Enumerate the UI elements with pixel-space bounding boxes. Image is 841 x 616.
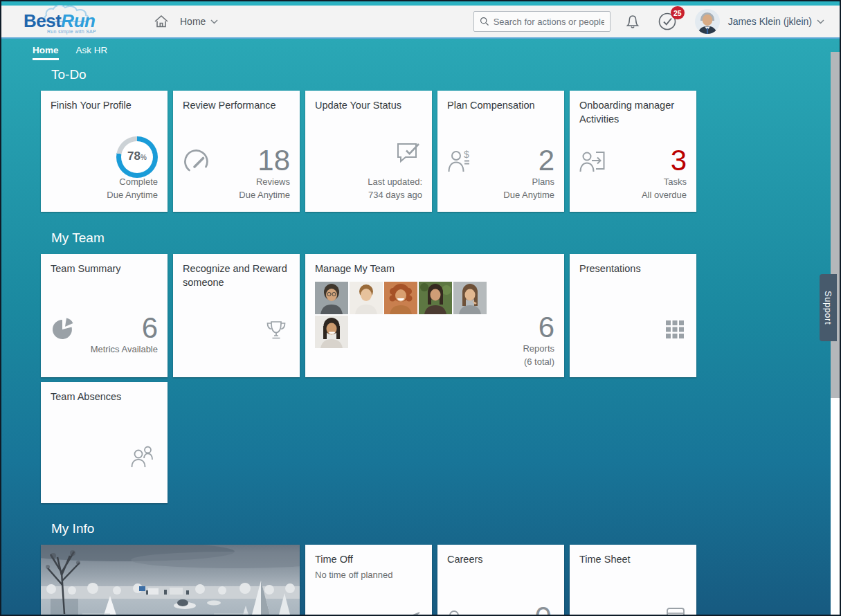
- tile-kpi: 3 Tasks All overdue: [642, 145, 687, 202]
- tile-presentations[interactable]: Presentations: [570, 254, 696, 377]
- tile-kpi: 6 Reports (6 total): [523, 312, 554, 369]
- tile-title: Recognize and Reward someone: [183, 262, 290, 289]
- tile-plan-compensation[interactable]: Plan Compensation $ 2 Plans Due Anytime: [437, 91, 564, 212]
- module-dropdown-label: Home: [180, 16, 206, 27]
- user-avatar[interactable]: [695, 9, 720, 34]
- caption: Tasks: [642, 176, 687, 189]
- tile-manage-my-team[interactable]: Manage My Team 6 Reports (6 total): [305, 254, 564, 377]
- caption: Metrics Available: [91, 343, 158, 356]
- reviews-count: 18: [239, 145, 290, 176]
- tile-kpi: 2 Plans Due Anytime: [503, 145, 554, 202]
- tile-title: Finish Your Profile: [51, 99, 158, 113]
- logo-best: Best: [24, 10, 61, 31]
- team-member-photos: [315, 282, 489, 348]
- caption: Complete: [107, 176, 158, 189]
- team-member-photo[interactable]: [350, 282, 383, 314]
- tile-team-absences[interactable]: Team Absences: [41, 382, 168, 503]
- trophy-icon: [265, 319, 287, 344]
- percent-value: 78: [127, 141, 141, 172]
- tile-careers[interactable]: Careers 0: [437, 545, 564, 616]
- tile-title: Careers: [447, 553, 554, 567]
- logo-run: Run: [61, 10, 95, 31]
- tile-team-summary[interactable]: Team Summary 6 Metrics Available: [41, 254, 168, 377]
- careers-count-partial: 0: [535, 603, 552, 616]
- user-menu[interactable]: James Klein (jklein): [728, 16, 824, 27]
- person-dollar-icon: $: [447, 148, 473, 176]
- my-team-heading: My Team: [51, 230, 840, 246]
- metrics-count: 6: [91, 313, 158, 343]
- profile-completion-ring: 78%: [116, 136, 158, 178]
- tab-home[interactable]: Home: [33, 45, 59, 60]
- chevron-down-icon: [817, 19, 824, 24]
- my-team-tile-row: Team Summary 6 Metrics Available Recogni…: [41, 254, 840, 377]
- todo-heading: To-Do: [51, 67, 840, 82]
- tile-title: Team Absences: [51, 390, 158, 404]
- header-bar: BestRun Run simple with SAP Home 25 Jame…: [1, 6, 840, 39]
- tile-recognize-reward[interactable]: Recognize and Reward someone: [173, 254, 300, 377]
- percent-sign: %: [141, 154, 147, 161]
- grid-icon: [666, 320, 684, 341]
- caption: Due Anytime: [503, 189, 554, 202]
- reports-count: 6: [523, 312, 554, 343]
- tile-subtitle: No time off planned: [315, 570, 422, 580]
- tile-title: Team Summary: [51, 262, 158, 276]
- gauge-icon: [183, 150, 210, 176]
- user-display-name: James Klein (jklein): [728, 16, 812, 27]
- tile-title: Onboarding manager Activities: [579, 99, 687, 126]
- caption: Last updated:: [368, 176, 422, 189]
- tile-title: Time Sheet: [579, 553, 687, 567]
- home-icon[interactable]: [154, 15, 169, 28]
- my-info-tile-row: Time Off No time off planned Careers 0 T…: [41, 545, 840, 616]
- todo-check-circle-icon[interactable]: 25: [658, 12, 677, 31]
- todo-tile-row: Finish Your Profile 78% Complete Due Any…: [41, 91, 840, 212]
- todo-count-badge: 25: [671, 6, 685, 19]
- tile-update-your-status[interactable]: Update Your Status Last updated: 734 day…: [305, 91, 432, 212]
- tile-review-performance[interactable]: Review Performance 18 Reviews Due Anytim…: [173, 91, 300, 212]
- pie-chart-icon: [51, 316, 75, 344]
- chevron-down-icon: [210, 19, 218, 24]
- search-input[interactable]: [494, 17, 604, 27]
- people-icon: [130, 445, 155, 471]
- team-member-photo[interactable]: [384, 282, 417, 314]
- caption: All overdue: [642, 189, 687, 202]
- tile-time-sheet[interactable]: Time Sheet: [570, 545, 696, 616]
- timesheet-icon-partial: [666, 607, 685, 616]
- tile-time-off[interactable]: Time Off No time off planned: [305, 545, 432, 616]
- support-tab[interactable]: Support: [820, 274, 837, 341]
- svg-text:$: $: [464, 149, 469, 160]
- caption: Reviews: [239, 176, 290, 189]
- tile-onboarding-manager-activities[interactable]: Onboarding manager Activities 3 Tasks Al…: [570, 91, 696, 212]
- notifications-bell-icon[interactable]: [626, 14, 640, 30]
- scrollbar-thumb[interactable]: [831, 52, 840, 398]
- completion-percent: 78%: [121, 141, 153, 173]
- section-todo: To-Do Finish Your Profile 78% Complete D…: [1, 67, 840, 212]
- tile-kpi: 6 Metrics Available: [91, 313, 158, 356]
- tile-title: Plan Compensation: [447, 99, 554, 113]
- subnav-tabs: Home Ask HR: [1, 39, 840, 60]
- team-member-photo[interactable]: [315, 282, 348, 314]
- caption: Reports: [523, 343, 554, 356]
- team-member-photo[interactable]: [315, 316, 348, 348]
- module-dropdown[interactable]: Home: [180, 16, 218, 27]
- bestrun-logo[interactable]: BestRun Run simple with SAP: [24, 6, 127, 37]
- briefcase-icon-partial: [447, 608, 468, 616]
- message-check-icon: [395, 140, 422, 169]
- tile-title: Review Performance: [183, 99, 290, 113]
- tile-scenic-photo[interactable]: [41, 545, 300, 616]
- logo-tagline: Run simple with SAP: [47, 29, 96, 34]
- team-member-photo[interactable]: [419, 282, 452, 314]
- my-info-heading: My Info: [51, 521, 840, 536]
- team-member-photo[interactable]: [453, 282, 487, 314]
- magnifier-icon: [480, 16, 489, 27]
- tile-finish-your-profile[interactable]: Finish Your Profile 78% Complete Due Any…: [41, 91, 168, 212]
- section-my-team: My Team Team Summary 6 Metrics Available…: [1, 230, 840, 503]
- tab-ask-hr[interactable]: Ask HR: [76, 45, 108, 60]
- tile-kpi: 18 Reviews Due Anytime: [239, 145, 290, 202]
- tile-captions: Last updated: 734 days ago: [368, 176, 422, 202]
- search-box[interactable]: [473, 11, 611, 32]
- tile-title: Manage My Team: [315, 262, 554, 276]
- support-tab-label: Support: [823, 291, 833, 325]
- section-my-info: My Info: [1, 521, 840, 616]
- tile-title: Update Your Status: [315, 99, 422, 113]
- caption: Due Anytime: [107, 189, 158, 202]
